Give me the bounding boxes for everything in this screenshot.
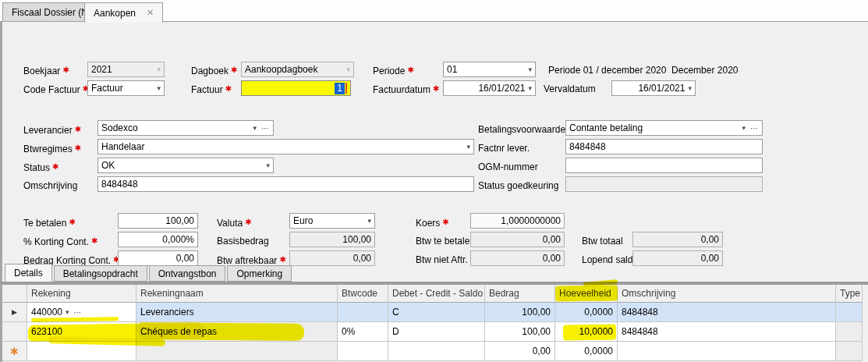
cell-debet-credit-saldo[interactable]: C <box>388 303 485 322</box>
cell-omschrijving[interactable] <box>618 342 836 361</box>
btw-te-betalen-field: 0,00 <box>470 232 565 247</box>
tab-aankopen-label: Aankopen <box>94 8 136 19</box>
factuur-input[interactable]: 1 <box>241 80 351 96</box>
tab-aankopen[interactable]: Aankopen ✕ <box>84 2 163 23</box>
lookup-ellipsis-icon[interactable]: ⋯ <box>74 308 83 317</box>
cell-bedrag[interactable]: 100,00 <box>485 322 555 342</box>
leverancier-combo[interactable]: Sodexco ▾ ⋯ <box>97 120 274 136</box>
code-factuur-label: Code Factuur✱ <box>23 83 89 95</box>
cell-bedrag[interactable]: 0,00 <box>485 342 555 361</box>
ogm-nummer-label: OGM-nummer <box>478 161 538 172</box>
grid-header-debet-credit-saldo[interactable]: Debet - Credit - Saldo <box>388 285 485 303</box>
cell-hoeveelheid[interactable]: 0,0000 <box>555 303 618 322</box>
grid-row-new: ✱ 0,00 0,0000 <box>2 342 863 361</box>
row-selector[interactable]: ▶ <box>2 303 27 322</box>
valuta-label: Valuta✱ <box>217 217 252 229</box>
factnr-lever-input[interactable]: 8484848 <box>565 139 763 154</box>
cell-rekening[interactable] <box>27 342 136 361</box>
tab-betalingsopdracht[interactable]: Betalingsopdracht <box>54 265 147 282</box>
boekjaar-select[interactable]: 2021 ▾ <box>87 62 165 77</box>
leverancier-label: Leverancier✱ <box>23 124 81 136</box>
detail-tab-bar: Details Betalingsopdracht Ontvangstbon O… <box>5 264 293 282</box>
lookup-ellipsis-icon[interactable]: ⋯ <box>261 124 270 133</box>
close-icon[interactable]: ✕ <box>147 8 154 18</box>
cell-omschrijving[interactable]: 8484848 <box>618 322 836 342</box>
btw-totaal-label: Btw totaal <box>582 236 623 247</box>
grid-header-btwcode[interactable]: Btwcode <box>338 285 388 303</box>
valuta-select[interactable]: Euro ▾ <box>289 213 375 229</box>
cell-type[interactable] <box>836 322 863 342</box>
ogm-nummer-input[interactable] <box>565 158 763 173</box>
cell-btwcode[interactable] <box>338 303 388 322</box>
cell-bedrag[interactable]: 100,00 <box>485 303 555 322</box>
factuurdatum-picker[interactable]: 16/01/2021 ▾ <box>443 80 536 96</box>
details-grid: Rekening Rekeningnaam Btwcode Debet - Cr… <box>2 285 863 361</box>
pct-korting-input[interactable]: 0,000% <box>118 232 198 247</box>
cell-rekeningnaam[interactable] <box>136 342 338 361</box>
cell-debet-credit-saldo[interactable] <box>388 342 485 361</box>
cell-type[interactable] <box>836 342 863 361</box>
grid-header-omschrijving[interactable]: Omschrijving <box>618 285 836 303</box>
status-label: Status✱ <box>23 161 58 173</box>
btwregimes-select[interactable]: Handelaar ▾ <box>97 139 474 154</box>
code-factuur-select[interactable]: Factuur ▾ <box>87 80 165 96</box>
koers-input[interactable]: 1,0000000000 <box>470 213 565 229</box>
dagboek-select[interactable]: Aankoopdagboek ▾ <box>241 62 354 77</box>
cell-rekeningnaam[interactable]: Leveranciers <box>136 303 338 322</box>
chevron-down-icon: ▾ <box>367 217 371 225</box>
tab-opmerking[interactable]: Opmerking <box>227 265 292 282</box>
btw-niet-aftr-label: Btw niet Aftr. <box>416 254 468 265</box>
periode-info-text: Periode 01 / december 2020 December 2020 <box>548 65 739 76</box>
cell-hoeveelheid[interactable]: 0,0000 <box>555 342 618 361</box>
cell-rekening-editor[interactable]: 440000 ▾ ⋯ <box>27 303 136 322</box>
status-goedkeuring-field <box>565 176 763 192</box>
tab-details[interactable]: Details <box>5 264 52 282</box>
grid-row: 623100 Chéques de repas 0% D 100,00 10,0… <box>2 322 863 342</box>
lookup-ellipsis-icon[interactable]: ⋯ <box>750 124 759 133</box>
omschrijving-input[interactable]: 8484848 <box>97 176 474 192</box>
grid-header-type[interactable]: Type <box>836 285 863 303</box>
vervaldatum-label: Vervaldatum <box>544 83 596 94</box>
tab-ontvangstbon[interactable]: Ontvangstbon <box>149 265 226 282</box>
grid-header-hoeveelheid[interactable]: Hoeveelheid <box>555 285 618 303</box>
cell-debet-credit-saldo[interactable]: D <box>388 322 485 342</box>
new-row-icon: ✱ <box>10 346 19 357</box>
cell-omschrijving[interactable]: 8484848 <box>618 303 836 322</box>
chevron-down-icon[interactable]: ▾ <box>66 308 69 316</box>
cell-btwcode[interactable] <box>338 342 388 361</box>
chevron-down-icon: ▾ <box>466 143 470 151</box>
cell-rekeningnaam[interactable]: Chéques de repas <box>136 322 338 342</box>
periode-select[interactable]: 01 ▾ <box>443 62 536 77</box>
grid-row: ▶ 440000 ▾ ⋯ Leveranciers C 100,00 0,000… <box>2 303 863 322</box>
factnr-lever-label: Factnr lever. <box>478 143 530 154</box>
cell-type[interactable] <box>836 303 863 322</box>
te-betalen-input[interactable]: 100,00 <box>118 213 198 229</box>
btw-te-betalen-label: Btw te betalen <box>416 236 475 247</box>
grid-header-rekeningnaam[interactable]: Rekeningnaam <box>136 285 338 303</box>
btwregimes-label: Btwregimes✱ <box>23 143 81 154</box>
btw-totaal-field: 0,00 <box>632 232 723 247</box>
factuur-selected-text: 1 <box>335 83 345 94</box>
lopend-saldo-label: Lopend saldo <box>582 254 638 265</box>
grid-header-rekening[interactable]: Rekening <box>27 285 136 303</box>
cell-btwcode[interactable]: 0% <box>338 322 388 342</box>
grid-header-row: Rekening Rekeningnaam Btwcode Debet - Cr… <box>2 285 863 303</box>
omschrijving-label: Omschrijving <box>23 180 77 191</box>
factuur-label: Factuur✱ <box>191 83 232 95</box>
row-selector[interactable] <box>2 322 27 342</box>
text-caret <box>345 83 347 94</box>
cell-hoeveelheid[interactable]: 10,0000 <box>555 322 618 342</box>
koers-label: Koers✱ <box>416 217 449 229</box>
current-row-icon: ▶ <box>12 308 17 316</box>
factuurdatum-label: Factuurdatum✱ <box>373 83 439 95</box>
vervaldatum-picker[interactable]: 16/01/2021 ▾ <box>611 80 696 96</box>
btw-aftrekbaar-field: 0,00 <box>289 250 375 266</box>
grid-header-bedrag[interactable]: Bedrag <box>485 285 555 303</box>
window-tab-bar: Fiscaal Dossier (NP) Aankopen ✕ <box>0 0 868 22</box>
grid-header-selector <box>2 285 27 303</box>
cell-rekening[interactable]: 623100 <box>27 322 136 342</box>
status-select[interactable]: OK ▾ <box>97 158 274 173</box>
betalingsvoorwaarde-label: Betalingsvoorwaarde <box>478 124 565 135</box>
betalingsvoorwaarde-combo[interactable]: Contante betaling ▾ ⋯ <box>565 120 763 136</box>
row-selector[interactable]: ✱ <box>2 342 27 361</box>
